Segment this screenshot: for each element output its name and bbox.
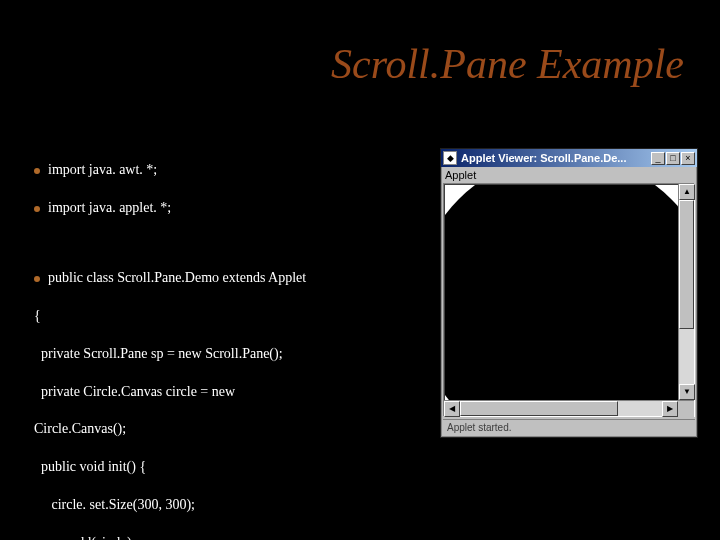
maximize-button[interactable]: □ — [666, 152, 680, 165]
minimize-button[interactable]: _ — [651, 152, 665, 165]
horizontal-scrollbar[interactable]: ◀ ▶ — [444, 400, 694, 416]
code-line: circle. set.Size(300, 300); — [34, 496, 306, 515]
code-line: public class Scroll.Pane.Demo extends Ap… — [48, 269, 306, 288]
applet-label: Applet — [441, 167, 697, 183]
hscroll-thumb[interactable] — [460, 401, 618, 416]
viewport[interactable] — [444, 184, 678, 400]
applet-window: ◆ Applet Viewer: Scroll.Pane.De... _ □ ×… — [440, 148, 698, 438]
vscroll-thumb[interactable] — [679, 200, 694, 329]
code-line: public void init() { — [34, 458, 306, 477]
window-title: Applet Viewer: Scroll.Pane.De... — [461, 152, 651, 164]
close-button[interactable]: × — [681, 152, 695, 165]
java-cup-icon: ◆ — [443, 151, 457, 165]
vertical-scrollbar[interactable]: ▲ ▼ — [678, 184, 694, 400]
bullet-icon — [34, 276, 40, 282]
titlebar[interactable]: ◆ Applet Viewer: Scroll.Pane.De... _ □ × — [441, 149, 697, 167]
bullet-icon — [34, 168, 40, 174]
code-line: import java. applet. *; — [48, 199, 171, 218]
bullet-icon — [34, 206, 40, 212]
code-line: { — [34, 307, 306, 326]
code-line: import java. awt. *; — [48, 161, 157, 180]
code-line: Circle.Canvas(); — [34, 420, 306, 439]
scroll-up-button[interactable]: ▲ — [679, 184, 695, 200]
scrollbar-corner — [678, 401, 694, 417]
code-line: private Circle.Canvas circle = new — [34, 383, 306, 402]
scroll-left-button[interactable]: ◀ — [444, 401, 460, 417]
hscroll-track[interactable] — [460, 401, 662, 416]
slide-title: Scroll.Pane Example — [331, 40, 684, 88]
code-line: sp. add(circle); — [34, 534, 306, 540]
vscroll-track[interactable] — [679, 200, 694, 384]
scroll-right-button[interactable]: ▶ — [662, 401, 678, 417]
circle-canvas — [444, 184, 678, 400]
scroll-down-button[interactable]: ▼ — [679, 384, 695, 400]
scroll-pane: ▲ ▼ ◀ ▶ — [443, 183, 695, 417]
code-block: import java. awt. *; import java. applet… — [34, 142, 306, 540]
status-bar: Applet started. — [443, 419, 695, 435]
code-line: private Scroll.Pane sp = new Scroll.Pane… — [34, 345, 306, 364]
